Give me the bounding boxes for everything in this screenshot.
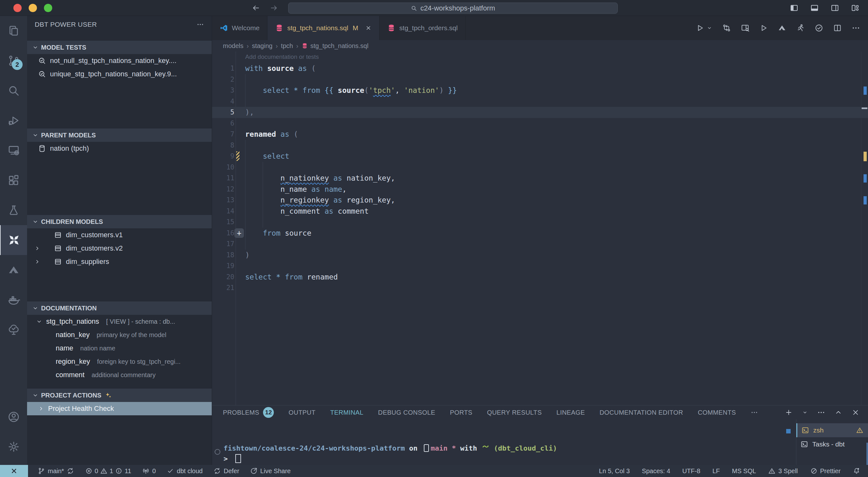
tree-item[interactable]: not_null_stg_tpch_nations_nation_key.... bbox=[27, 54, 212, 67]
breadcrumb-item[interactable]: staging bbox=[252, 42, 273, 49]
panel-tab-query-results[interactable]: QUERY RESULTS bbox=[487, 409, 542, 416]
activity-item-source-control[interactable]: 2 bbox=[0, 46, 27, 76]
tab-close-icon[interactable] bbox=[365, 25, 372, 31]
code-line-12[interactable]: 12 n_name as name, bbox=[212, 184, 868, 195]
doc-model-row[interactable]: stg_tpch_nations[ VIEW ] - schema : db..… bbox=[27, 315, 212, 328]
statusbar-problems-summary[interactable]: 0111 bbox=[84, 467, 132, 475]
doc-column-row[interactable]: commentadditional commentary bbox=[27, 368, 212, 382]
statusbar-git-branch[interactable]: main* bbox=[36, 467, 75, 475]
tree-item[interactable]: dim_suppliers bbox=[27, 255, 212, 268]
code-line-5[interactable]: 5), bbox=[212, 107, 868, 118]
tree-item[interactable]: nation (tpch) bbox=[27, 142, 212, 155]
split-editor-icon[interactable] bbox=[833, 24, 842, 32]
statusbar-dbt-cloud[interactable]: dbt cloud bbox=[165, 467, 204, 475]
code-line-10[interactable]: 10 bbox=[212, 162, 868, 173]
statusbar-cursor-position[interactable]: Ln 5, Col 3 bbox=[598, 468, 631, 475]
code-line-15[interactable]: 15 bbox=[212, 216, 868, 228]
run-model-icon[interactable] bbox=[796, 24, 805, 32]
panel-tab-problems[interactable]: PROBLEMS12 bbox=[223, 407, 274, 418]
code-line-2[interactable]: 2 bbox=[212, 74, 868, 85]
activity-item-dbt-power-user[interactable] bbox=[0, 225, 27, 255]
activity-item-project-health[interactable] bbox=[0, 315, 27, 345]
code-line-1[interactable]: 1with source as ( bbox=[212, 63, 868, 74]
terminal-instance-tasks-dbt[interactable]: Tasks - dbt bbox=[796, 437, 868, 451]
statusbar-forwarded-ports[interactable]: 0 bbox=[141, 467, 157, 475]
sidebar-more-actions-icon[interactable] bbox=[196, 21, 204, 28]
code-editor[interactable]: Add documentation or tests 1with source … bbox=[212, 52, 868, 405]
breadcrumb-item[interactable]: tpch bbox=[281, 42, 293, 49]
doc-column-row[interactable]: nation_keyprimary key of the model bbox=[27, 328, 212, 342]
code-line-11[interactable]: 11 n_nationkey as nation_key, bbox=[212, 173, 868, 184]
terminal-instance-zsh[interactable]: zsh bbox=[796, 423, 868, 437]
new-terminal-icon[interactable] bbox=[784, 408, 793, 417]
activity-item-search[interactable] bbox=[0, 76, 27, 106]
code-line-20[interactable]: 20select * from renamed bbox=[212, 272, 868, 283]
tab-welcome[interactable]: Welcome bbox=[212, 16, 268, 40]
doc-column-row[interactable]: region_keyforeign key to stg_tpch_regi..… bbox=[27, 355, 212, 368]
minimize-window-button[interactable] bbox=[29, 4, 37, 12]
panel-scrollbar[interactable] bbox=[866, 443, 868, 465]
close-window-button[interactable] bbox=[13, 4, 22, 12]
execute-model-icon[interactable] bbox=[759, 24, 768, 32]
code-line-9[interactable]: 9 select bbox=[212, 151, 868, 162]
close-panel-icon[interactable] bbox=[851, 408, 860, 417]
statusbar-encoding[interactable]: UTF-8 bbox=[681, 468, 702, 475]
panel-tab-lineage[interactable]: LINEAGE bbox=[556, 409, 585, 416]
run-query-dropdown-icon[interactable] bbox=[706, 25, 713, 31]
code-line-3[interactable]: 3 select * from {{ source('tpch', 'natio… bbox=[212, 85, 868, 96]
doc-column-row[interactable]: namenation name bbox=[27, 342, 212, 355]
statusbar-language-mode[interactable]: MS SQL bbox=[731, 468, 757, 475]
section-header-project_actions[interactable]: PROJECT ACTIONS bbox=[27, 388, 212, 402]
maximize-panel-icon[interactable] bbox=[834, 408, 842, 417]
code-line-17[interactable]: 17 bbox=[212, 238, 868, 250]
code-line-4[interactable]: 4 bbox=[212, 96, 868, 107]
panel-tab-debug-console[interactable]: DEBUG CONSOLE bbox=[378, 409, 435, 416]
tree-item[interactable]: unique_stg_tpch_nations_nation_key.9... bbox=[27, 67, 212, 81]
section-header-documentation[interactable]: DOCUMENTATION bbox=[27, 302, 212, 315]
toggle-panel-icon[interactable] bbox=[810, 3, 819, 12]
code-line-21[interactable]: 21 bbox=[212, 282, 868, 294]
toggle-secondary-sidebar-icon[interactable] bbox=[830, 3, 839, 12]
activity-item-explorer[interactable] bbox=[0, 16, 27, 46]
panel-more-actions-icon[interactable] bbox=[817, 408, 825, 417]
navigate-back-icon[interactable] bbox=[252, 3, 260, 12]
statusbar-defer[interactable]: Defer bbox=[212, 467, 240, 475]
statusbar-prettier[interactable]: Prettier bbox=[809, 467, 842, 475]
activity-item-run-and-debug[interactable] bbox=[0, 106, 27, 135]
tree-item[interactable]: Project Health Check bbox=[27, 402, 212, 415]
statusbar-live-share[interactable]: Live Share bbox=[249, 467, 292, 475]
tab-stg-tpch-nations-sql[interactable]: stg_tpch_nations.sqlM bbox=[268, 16, 379, 40]
add-test-gutter-button[interactable]: + bbox=[235, 228, 244, 238]
panel-tab-terminal[interactable]: TERMINAL bbox=[330, 409, 363, 416]
open-query-preview-icon[interactable] bbox=[741, 24, 749, 32]
navigate-forward-icon[interactable] bbox=[269, 3, 278, 12]
toggle-primary-sidebar-icon[interactable] bbox=[790, 3, 799, 12]
code-line-7[interactable]: 7renamed as ( bbox=[212, 129, 868, 140]
panel-tab-ports[interactable]: PORTS bbox=[450, 409, 472, 416]
terminal-profile-dropdown-icon[interactable] bbox=[802, 409, 808, 416]
code-line-13[interactable]: 13 n_regionkey as region_key, bbox=[212, 195, 868, 206]
statusbar-notifications[interactable] bbox=[851, 467, 862, 475]
activity-item-altimate[interactable] bbox=[0, 255, 27, 285]
section-header-children_models[interactable]: CHILDREN MODELS bbox=[27, 215, 212, 228]
section-header-model_tests[interactable]: MODEL TESTS bbox=[27, 41, 212, 54]
customize-layout-icon[interactable] bbox=[851, 3, 860, 12]
test-model-icon[interactable] bbox=[814, 24, 824, 32]
panel-tab-comments[interactable]: COMMENTS bbox=[698, 409, 736, 416]
maximize-window-button[interactable] bbox=[44, 4, 52, 12]
code-line-6[interactable]: 6 bbox=[212, 118, 868, 129]
code-line-8[interactable]: 8 bbox=[212, 140, 868, 151]
activity-item-settings[interactable] bbox=[0, 432, 27, 462]
code-line-14[interactable]: 14 n_comment as comment bbox=[212, 206, 868, 217]
command-center[interactable]: c24-workshops-platform bbox=[288, 3, 618, 14]
activity-item-docker[interactable] bbox=[0, 285, 27, 315]
run-query-icon[interactable] bbox=[695, 24, 704, 32]
panel-tabs-overflow-icon[interactable] bbox=[750, 409, 758, 416]
tree-item[interactable]: dim_customers.v2 bbox=[27, 242, 212, 255]
codelens-action[interactable]: Add documentation or tests bbox=[245, 54, 319, 60]
activity-item-testing[interactable] bbox=[0, 195, 27, 225]
statusbar-eol[interactable]: LF bbox=[711, 468, 721, 475]
statusbar-spell-checker[interactable]: 3 Spell bbox=[767, 467, 799, 475]
section-header-parent_models[interactable]: PARENT MODELS bbox=[27, 129, 212, 142]
git-compare-icon[interactable] bbox=[722, 24, 731, 32]
